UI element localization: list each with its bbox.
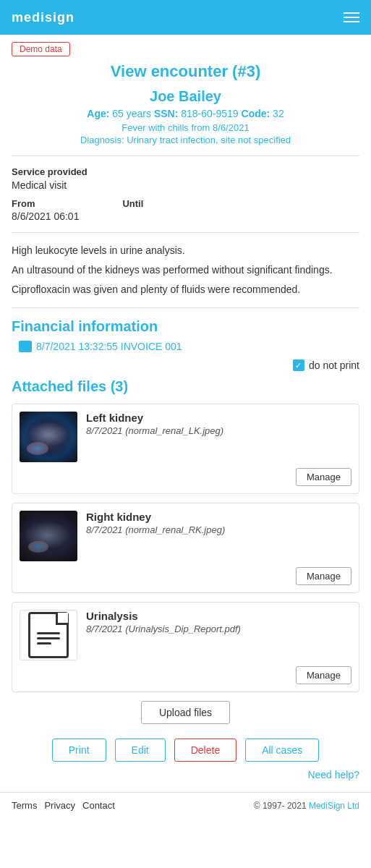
footer-terms[interactable]: Terms bbox=[12, 800, 37, 811]
from-value: 8/6/2021 06:01 bbox=[12, 210, 79, 222]
patient-name: Joe Bailey bbox=[0, 88, 371, 105]
notes-block: High leukocyte levels in urine analysis.… bbox=[12, 243, 359, 297]
divider-2 bbox=[12, 232, 359, 233]
manage-btn-2[interactable]: Manage bbox=[296, 567, 351, 585]
service-value: Medical visit bbox=[12, 179, 359, 191]
action-buttons: Print Edit Delete All cases bbox=[0, 739, 371, 762]
file-info-3: Urinalysis 8/7/2021 (Urinalysis_Dip_Repo… bbox=[86, 610, 351, 634]
do-not-print-checkbox[interactable] bbox=[293, 359, 304, 371]
divider-3 bbox=[12, 307, 359, 308]
invoice-text: 8/7/2021 13:32:55 INVOICE 001 bbox=[36, 341, 182, 352]
logo: medisign bbox=[12, 10, 74, 25]
invoice-list: 8/7/2021 13:32:55 INVOICE 001 bbox=[12, 341, 359, 352]
file-date-2: 8/7/2021 (normal_renal_RK.jpeg) bbox=[86, 524, 351, 535]
file-card-3: Urinalysis 8/7/2021 (Urinalysis_Dip_Repo… bbox=[12, 602, 359, 692]
footer-brand: MediSign Ltd bbox=[309, 801, 359, 811]
menu-button[interactable] bbox=[344, 12, 359, 22]
upload-row: Upload files bbox=[12, 701, 359, 724]
footer-privacy[interactable]: Privacy bbox=[44, 800, 75, 811]
diagnosis-line: Diagnosis: Urinary tract infection, site… bbox=[0, 135, 371, 145]
ssn-value: 818-60-9519 bbox=[181, 108, 238, 119]
do-not-print-row: do not print bbox=[12, 359, 359, 371]
complaint-line: Fever with chills from 8/6/2021 bbox=[0, 122, 371, 133]
file-thumb-1 bbox=[20, 412, 77, 462]
manage-btn-1[interactable]: Manage bbox=[296, 468, 351, 486]
from-col: From 8/6/2021 06:01 bbox=[12, 198, 79, 222]
until-label: Until bbox=[122, 198, 143, 209]
until-col: Until bbox=[122, 198, 143, 222]
print-button[interactable]: Print bbox=[52, 739, 106, 762]
file-thumb-2 bbox=[20, 511, 77, 561]
footer-contact[interactable]: Contact bbox=[82, 800, 115, 811]
delete-button[interactable]: Delete bbox=[174, 739, 236, 762]
divider-1 bbox=[12, 156, 359, 156]
file-date-1: 8/7/2021 (normal_renal_LK.jpeg) bbox=[86, 425, 351, 436]
file-card-1: Left kidney 8/7/2021 (normal_renal_LK.jp… bbox=[12, 404, 359, 494]
file-info-1: Left kidney 8/7/2021 (normal_renal_LK.jp… bbox=[86, 412, 351, 436]
age-value: 65 years bbox=[112, 108, 151, 119]
pdf-line-2 bbox=[37, 637, 60, 639]
pdf-icon bbox=[28, 612, 69, 658]
service-label: Service provided bbox=[12, 166, 359, 177]
file-date-3: 8/7/2021 (Urinalysis_Dip_Report.pdf) bbox=[86, 624, 351, 634]
manage-btn-3[interactable]: Manage bbox=[296, 666, 351, 684]
date-range-row: From 8/6/2021 06:01 Until bbox=[12, 198, 359, 222]
need-help-link[interactable]: Need help? bbox=[307, 769, 359, 780]
note-2: An ultrasound of the kidneys was perform… bbox=[12, 263, 359, 278]
header: medisign bbox=[0, 0, 371, 35]
upload-files-button[interactable]: Upload files bbox=[141, 701, 230, 724]
patient-meta: Age: 65 years SSN: 818-60-9519 Code: 32 bbox=[0, 108, 371, 119]
from-label: From bbox=[12, 198, 79, 209]
edit-button[interactable]: Edit bbox=[115, 739, 166, 762]
code-value: 32 bbox=[273, 108, 284, 119]
age-label: Age: bbox=[87, 108, 109, 119]
pdf-line-3 bbox=[37, 642, 51, 644]
note-1: High leukocyte levels in urine analysis. bbox=[12, 243, 359, 258]
pdf-line-1 bbox=[37, 632, 60, 634]
invoice-item[interactable]: 8/7/2021 13:32:55 INVOICE 001 bbox=[19, 341, 359, 352]
need-help-row: Need help? bbox=[0, 769, 371, 780]
file-info-2: Right kidney 8/7/2021 (normal_renal_RK.j… bbox=[86, 511, 351, 535]
file-name-3: Urinalysis bbox=[86, 610, 351, 622]
financial-heading: Financial information bbox=[12, 318, 359, 335]
all-cases-button[interactable]: All cases bbox=[245, 739, 319, 762]
invoice-icon bbox=[19, 341, 32, 352]
file-thumb-3 bbox=[20, 610, 77, 660]
file-name-2: Right kidney bbox=[86, 511, 351, 523]
code-label: Code: bbox=[242, 108, 270, 119]
file-card-2: Right kidney 8/7/2021 (normal_renal_RK.j… bbox=[12, 503, 359, 593]
file-name-1: Left kidney bbox=[86, 412, 351, 424]
attached-files-heading: Attached files (3) bbox=[12, 378, 359, 395]
page-title: View encounter (#3) bbox=[0, 62, 371, 81]
footer-copyright: © 1997- 2021 MediSign Ltd bbox=[254, 801, 359, 811]
footer: Terms Privacy Contact © 1997- 2021 MediS… bbox=[0, 792, 371, 818]
note-3: Ciprofloxacin was given and plenty of fl… bbox=[12, 282, 359, 297]
pdf-lines bbox=[37, 632, 60, 644]
do-not-print-label: do not print bbox=[309, 359, 359, 371]
ssn-label: SSN: bbox=[154, 108, 178, 119]
demo-badge[interactable]: Demo data bbox=[12, 42, 70, 56]
footer-links: Terms Privacy Contact bbox=[12, 800, 115, 811]
